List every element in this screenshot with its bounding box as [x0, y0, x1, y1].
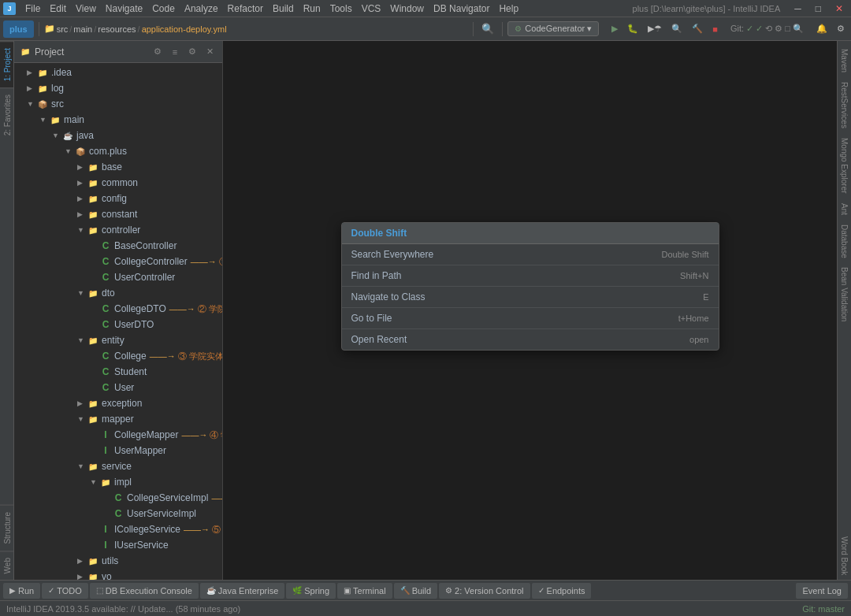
tree-node-src[interactable]: ▼ 📦 src [14, 96, 222, 112]
git-branch-status[interactable]: Git: master [802, 604, 845, 614]
menu-view[interactable]: View [71, 0, 101, 17]
right-strip-ant[interactable]: Ant [838, 199, 850, 220]
tree-node-constant[interactable]: ▶ 📁 constant [14, 206, 222, 222]
run-btn[interactable]: ▶ [608, 20, 621, 38]
breadcrumb-file[interactable]: application-deploy.yml [142, 24, 227, 34]
build-taskbar-btn[interactable]: 🔨 Build [394, 583, 437, 599]
tree-node-college-controller[interactable]: ▶ C CollegeController ——→ ① 学院控制层 [14, 254, 222, 269]
tree-node-mapper[interactable]: ▼ 📁 mapper [14, 411, 222, 427]
menu-help[interactable]: Help [494, 0, 523, 17]
spring-taskbar-btn[interactable]: 🌿 Spring [286, 583, 336, 599]
right-strip-mongo-explorer[interactable]: Mongo Explorer [838, 133, 850, 199]
tree-node-user-mapper[interactable]: ▶ I UserMapper [14, 443, 222, 458]
tree-node-log[interactable]: ▶ 📁 log [14, 80, 222, 96]
vtab-favorites[interactable]: 2: Favorites [0, 87, 13, 142]
tree-node-dto[interactable]: ▼ 📁 dto [14, 285, 222, 301]
vtab-structure[interactable]: Structure [0, 505, 13, 551]
vtab-web[interactable]: Web [0, 551, 13, 580]
interface-icon: I [99, 539, 112, 551]
tree-node-college-dto[interactable]: ▶ C CollegeDTO ——→ ② 学院入参实体 [14, 301, 222, 317]
breadcrumb-resources[interactable]: resources [98, 24, 136, 34]
panel-gear-icon[interactable]: ⚙ [186, 46, 199, 58]
panel-layout-icon[interactable]: ≡ [169, 46, 181, 58]
terminal-taskbar-btn[interactable]: ▣ Terminal [337, 583, 392, 599]
java-enterprise-taskbar-btn[interactable]: ☕ Java Enterprise [200, 583, 284, 599]
tree-node-java[interactable]: ▼ ☕ java [14, 128, 222, 143]
right-strip-rest-services[interactable]: RestServices [838, 77, 850, 133]
tree-node-entity[interactable]: ▼ 📁 entity [14, 332, 222, 348]
close-btn[interactable]: ✕ [831, 0, 848, 17]
panel-settings-icon[interactable]: ⚙ [151, 46, 164, 58]
search-everywhere-btn[interactable]: 🔍 [478, 20, 497, 38]
db-console-taskbar-btn[interactable]: ⬚ DB Execution Console [90, 583, 199, 599]
minimize-btn[interactable]: ─ [790, 0, 806, 17]
menu-db-navigator[interactable]: DB Navigator [429, 0, 494, 17]
project-selector[interactable]: plus [3, 20, 34, 38]
popup-find-in-path[interactable]: Find in Path Shift+N [342, 265, 719, 287]
menu-window[interactable]: Window [385, 0, 429, 17]
settings-btn[interactable]: ⚙ [834, 20, 848, 38]
tree-node-college-mapper[interactable]: ▶ I CollegeMapper ——→ ④ 学院持久层 [14, 427, 222, 443]
tree-arrow-service: ▼ [77, 462, 87, 470]
menu-run[interactable]: Run [299, 0, 325, 17]
tree-node-vo[interactable]: ▶ 📁 vo [14, 569, 222, 580]
tree-node-college[interactable]: ▶ C College ——→ ③ 学院实体类 [14, 348, 222, 364]
tree-node-service[interactable]: ▼ 📁 service [14, 458, 222, 474]
tree-node-user-controller[interactable]: ▶ C UserController [14, 269, 222, 285]
tree-node-icollege-service[interactable]: ▶ I ICollegeService ——→ ⑤ 学院业务层接口 [14, 521, 222, 537]
tree-node-controller[interactable]: ▼ 📁 controller [14, 222, 222, 238]
tree-node-college-service-impl[interactable]: ▶ C CollegeServiceImpl ——→ ⑥ 学院业务层实现类 [14, 490, 222, 506]
vtab-project[interactable]: 1: Project [0, 41, 13, 87]
popup-navigate-class-label: Navigate to Class [351, 291, 704, 302]
todo-taskbar-btn[interactable]: ✓ TODO [42, 583, 88, 599]
version-control-taskbar-btn[interactable]: ⚙ 2: Version Control [439, 583, 530, 599]
status-message[interactable]: IntelliJ IDEA 2019.3.5 available: // Upd… [6, 604, 240, 614]
popup-go-to-file[interactable]: Go to File t+Home [342, 308, 719, 329]
debug-btn[interactable]: 🐛 [624, 20, 641, 38]
tree-node-iuser-service[interactable]: ▶ I IUserService [14, 537, 222, 553]
menu-file[interactable]: File [20, 0, 45, 17]
popup-open-recent[interactable]: Open Recent open [342, 329, 719, 350]
tree-node-base[interactable]: ▶ 📁 base [14, 159, 222, 175]
run-taskbar-btn[interactable]: ▶ Run [3, 583, 40, 599]
stop-btn[interactable]: ■ [709, 20, 721, 38]
breadcrumb-main[interactable]: main [73, 24, 92, 34]
tree-node-user-dto[interactable]: ▶ C UserDTO [14, 317, 222, 332]
tree-node-com-plus[interactable]: ▼ 📦 com.plus [14, 143, 222, 159]
build-project-btn[interactable]: 🔨 [689, 20, 706, 38]
menu-refactor[interactable]: Refactor [223, 0, 268, 17]
menu-tools[interactable]: Tools [325, 0, 357, 17]
menu-build[interactable]: Build [268, 0, 299, 17]
tree-node-base-controller[interactable]: ▶ C BaseController [14, 238, 222, 254]
tree-node-user[interactable]: ▶ C User [14, 380, 222, 395]
right-strip-word-book[interactable]: Word Book [838, 532, 850, 580]
tree-node-common[interactable]: ▶ 📁 common [14, 175, 222, 191]
maximize-btn[interactable]: □ [811, 0, 826, 17]
tree-node-idea[interactable]: ▶ 📁 .idea [14, 65, 222, 80]
menu-navigate[interactable]: Navigate [101, 0, 147, 17]
tree-node-impl[interactable]: ▼ 📁 impl [14, 474, 222, 490]
tree-node-user-service-impl[interactable]: ▶ C UserServiceImpl [14, 506, 222, 521]
menu-edit[interactable]: Edit [45, 0, 71, 17]
menu-analyze[interactable]: Analyze [180, 0, 223, 17]
notifications-btn[interactable]: 🔔 [813, 20, 831, 38]
right-strip-bean-validation[interactable]: Bean Validation [838, 262, 850, 326]
endpoints-taskbar-btn[interactable]: ✓ Endpoints [532, 583, 592, 599]
popup-navigate-class[interactable]: Navigate to Class E [342, 287, 719, 308]
menu-vcs[interactable]: VCS [357, 0, 386, 17]
right-strip-database[interactable]: Database [838, 220, 850, 263]
tree-node-exception[interactable]: ▶ 📁 exception [14, 395, 222, 411]
coverage-btn[interactable]: ▶☂ [645, 20, 665, 38]
popup-search-everywhere[interactable]: Search Everywhere Double Shift [342, 244, 719, 265]
profile-btn[interactable]: 🔍 [668, 20, 686, 38]
panel-close-icon[interactable]: ✕ [203, 46, 216, 58]
tree-node-utils[interactable]: ▶ 📁 utils [14, 553, 222, 569]
code-generator-btn[interactable]: ⚙ CodeGenerator ▾ [507, 21, 599, 36]
event-log-btn[interactable]: Event Log [796, 583, 848, 599]
tree-node-config[interactable]: ▶ 📁 config [14, 191, 222, 206]
breadcrumb-src[interactable]: src [57, 24, 69, 34]
menu-code[interactable]: Code [147, 0, 180, 17]
right-strip-maven[interactable]: Maven [838, 44, 850, 77]
tree-node-main[interactable]: ▼ 📁 main [14, 112, 222, 128]
tree-node-student[interactable]: ▶ C Student [14, 364, 222, 380]
